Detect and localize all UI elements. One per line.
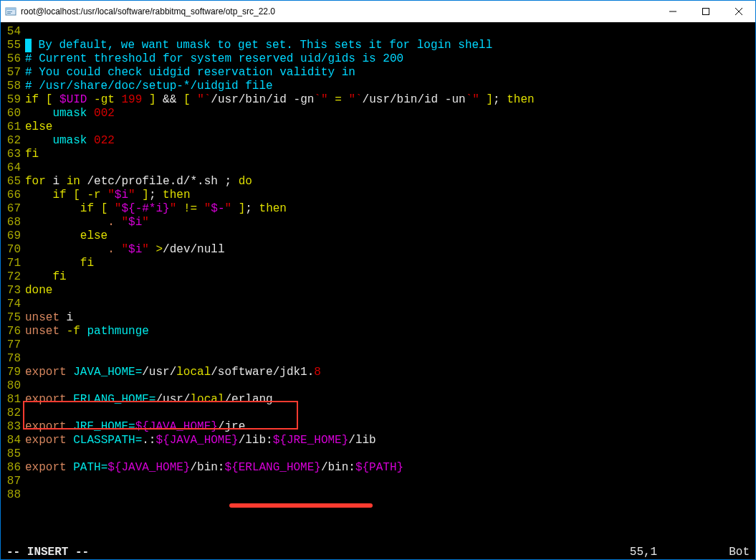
line-number: 86 [5, 461, 25, 475]
code-line[interactable]: 57# You could check uidgid reservation v… [5, 66, 751, 80]
line-number: 63 [5, 148, 25, 161]
code-line[interactable]: 83export JRE_HOME=${JAVA_HOME}/jre [5, 420, 751, 434]
code-line[interactable]: 80 [5, 379, 751, 393]
code-content[interactable]: # Current threshold for system reserved … [25, 52, 751, 66]
svg-rect-1 [6, 8, 16, 10]
line-number: 88 [5, 488, 25, 502]
line-number: 85 [5, 447, 25, 461]
line-number: 61 [5, 120, 25, 134]
line-number: 64 [5, 161, 25, 175]
code-line[interactable]: 61else [5, 120, 751, 134]
terminal-editor[interactable]: 5455# By default, we want umask to get s… [1, 22, 755, 545]
code-content[interactable]: fi [25, 148, 751, 161]
svg-rect-5 [703, 9, 709, 15]
code-line[interactable]: 72 fi [5, 270, 751, 284]
titlebar[interactable]: root@localhost:/usr/local/software/rabbi… [1, 1, 755, 22]
annotation-underline [229, 503, 373, 508]
line-number: 66 [5, 189, 25, 202]
code-line[interactable]: 58# /usr/share/doc/setup-*/uidgid file [5, 80, 751, 93]
code-line[interactable]: 81export ERLANG_HOME=/usr/local/erlang [5, 393, 751, 407]
line-number: 58 [5, 80, 25, 93]
window: root@localhost:/usr/local/software/rabbi… [0, 0, 756, 560]
code-content[interactable]: export JAVA_HOME=/usr/local/software/jdk… [25, 366, 751, 379]
code-content[interactable]: . "$i" >/dev/null [25, 243, 751, 257]
line-number: 81 [5, 393, 25, 407]
code-content[interactable]: done [25, 284, 751, 298]
window-controls [656, 1, 755, 22]
code-line[interactable]: 56# Current threshold for system reserve… [5, 52, 751, 66]
code-line[interactable]: 84export CLASSPATH=.:${JAVA_HOME}/lib:${… [5, 434, 751, 447]
close-button[interactable] [722, 1, 755, 22]
code-line[interactable]: 85 [5, 447, 751, 461]
minimize-button[interactable] [656, 1, 689, 22]
code-content[interactable]: umask 002 [25, 107, 751, 120]
code-content[interactable]: # By default, we want umask to get set. … [25, 39, 751, 52]
code-content[interactable]: export CLASSPATH=.:${JAVA_HOME}/lib:${JR… [25, 434, 751, 447]
code-line[interactable]: 68 . "$i" [5, 216, 751, 229]
code-content[interactable]: . "$i" [25, 216, 751, 229]
code-line[interactable]: 60 umask 002 [5, 107, 751, 120]
code-line[interactable]: 73done [5, 284, 751, 298]
cursor-position: 55,1 [630, 546, 657, 559]
code-content[interactable]: unset -f pathmunge [25, 325, 751, 338]
code-content[interactable]: # /usr/share/doc/setup-*/uidgid file [25, 80, 751, 93]
code-line[interactable]: 54 [5, 25, 751, 39]
line-number: 79 [5, 366, 25, 379]
code-content[interactable]: # You could check uidgid reservation val… [25, 66, 751, 80]
code-line[interactable]: 79export JAVA_HOME=/usr/local/software/j… [5, 366, 751, 379]
code-line[interactable]: 86export PATH=${JAVA_HOME}/bin:${ERLANG_… [5, 461, 751, 475]
code-content[interactable]: if [ "${-#*i}" != "$-" ]; then [25, 202, 751, 216]
code-content[interactable]: if [ $UID -gt 199 ] && [ "`/usr/bin/id -… [25, 93, 751, 107]
code-line[interactable]: 82 [5, 407, 751, 420]
line-number: 71 [5, 257, 25, 270]
code-line[interactable]: 75unset i [5, 311, 751, 325]
code-content[interactable]: export JRE_HOME=${JAVA_HOME}/jre [25, 420, 751, 434]
line-number: 83 [5, 420, 25, 434]
code-line[interactable]: 78 [5, 352, 751, 366]
code-content[interactable]: else [25, 120, 751, 134]
code-line[interactable]: 66 if [ -r "$i" ]; then [5, 189, 751, 202]
app-icon [5, 6, 16, 17]
code-line[interactable]: 69 else [5, 229, 751, 243]
code-line[interactable]: 88 [5, 488, 751, 502]
line-number: 59 [5, 93, 25, 107]
code-content[interactable]: export ERLANG_HOME=/usr/local/erlang [25, 393, 751, 407]
code-content[interactable]: else [25, 229, 751, 243]
line-number: 75 [5, 311, 25, 325]
line-number: 57 [5, 66, 25, 80]
code-line[interactable]: 55# By default, we want umask to get set… [5, 39, 751, 52]
code-line[interactable]: 87 [5, 475, 751, 488]
line-number: 54 [5, 25, 25, 39]
code-content[interactable]: fi [25, 270, 751, 284]
line-number: 78 [5, 352, 25, 366]
svg-rect-3 [7, 13, 11, 14]
code-line[interactable]: 64 [5, 161, 751, 175]
line-number: 77 [5, 338, 25, 352]
line-number: 60 [5, 107, 25, 120]
line-number: 74 [5, 298, 25, 311]
code-line[interactable]: 71 fi [5, 257, 751, 270]
svg-rect-2 [7, 11, 12, 12]
code-content[interactable]: fi [25, 257, 751, 270]
code-content[interactable]: for i in /etc/profile.d/*.sh ; do [25, 175, 751, 189]
code-content[interactable]: umask 022 [25, 134, 751, 148]
code-line[interactable]: 67 if [ "${-#*i}" != "$-" ]; then [5, 202, 751, 216]
line-number: 65 [5, 175, 25, 189]
code-content[interactable]: unset i [25, 311, 751, 325]
code-line[interactable]: 62 umask 022 [5, 134, 751, 148]
line-number: 80 [5, 379, 25, 393]
line-number: 70 [5, 243, 25, 257]
code-line[interactable]: 76unset -f pathmunge [5, 325, 751, 338]
code-line[interactable]: 70 . "$i" >/dev/null [5, 243, 751, 257]
code-content[interactable]: if [ -r "$i" ]; then [25, 189, 751, 202]
line-number: 56 [5, 52, 25, 66]
maximize-button[interactable] [689, 1, 722, 22]
code-line[interactable]: 74 [5, 298, 751, 311]
line-number: 84 [5, 434, 25, 447]
line-number: 62 [5, 134, 25, 148]
code-line[interactable]: 59if [ $UID -gt 199 ] && [ "`/usr/bin/id… [5, 93, 751, 107]
code-line[interactable]: 65for i in /etc/profile.d/*.sh ; do [5, 175, 751, 189]
code-content[interactable]: export PATH=${JAVA_HOME}/bin:${ERLANG_HO… [25, 461, 751, 475]
code-line[interactable]: 63fi [5, 148, 751, 161]
code-line[interactable]: 77 [5, 338, 751, 352]
